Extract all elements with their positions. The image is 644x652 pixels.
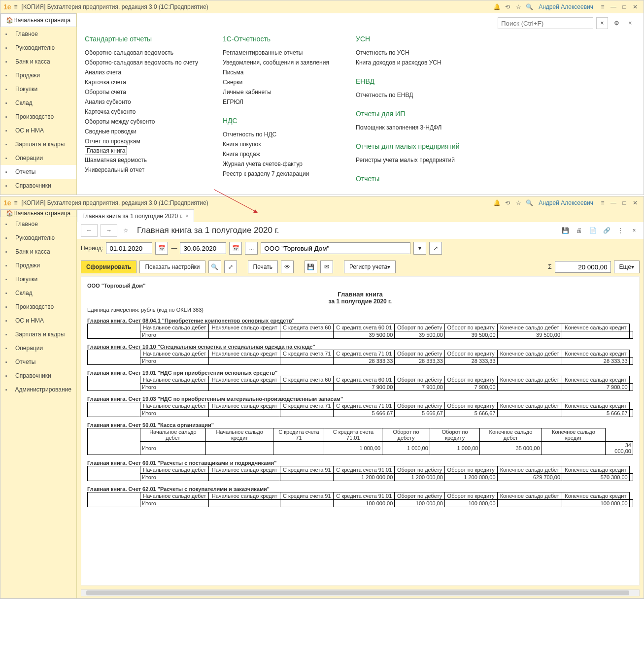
opts-icon[interactable]: ≡ — [597, 1, 608, 12]
nav-item-12[interactable]: ▪Администрирование — [0, 383, 76, 396]
user-name[interactable]: Андрей Алексеевич — [539, 3, 593, 10]
save-icon[interactable]: 💾 — [560, 225, 571, 236]
register-button[interactable]: Регистр учета ▾ — [344, 261, 396, 273]
nav-item-1[interactable]: ▪Руководителю — [0, 231, 76, 245]
close-panel-icon[interactable]: × — [625, 18, 636, 29]
link[interactable]: Главная книга — [85, 146, 127, 155]
nav-item-11[interactable]: ▪Справочники — [0, 369, 76, 383]
menu-icon[interactable]: ≡ — [14, 3, 18, 10]
history-icon-2[interactable]: ⟲ — [502, 197, 513, 208]
form-button[interactable]: Сформировать — [81, 261, 136, 273]
maximize-icon-2[interactable]: □ — [619, 197, 630, 208]
print-icon[interactable]: 🖨 — [574, 225, 584, 236]
link[interactable]: Анализ счета — [85, 67, 198, 77]
link[interactable]: Отчет по проводкам — [85, 136, 198, 146]
more-button[interactable]: Еще ▾ — [614, 261, 640, 273]
nav-item-4[interactable]: ▪Покупки — [0, 82, 76, 96]
h-scrollbar[interactable] — [81, 589, 640, 596]
nav-item-2[interactable]: ▪Банк и касса — [0, 245, 76, 259]
link[interactable]: Помощник заполнения 3-НДФЛ — [356, 123, 464, 132]
link[interactable]: Оборотно-сальдовая ведомость — [85, 48, 198, 58]
link[interactable]: Отчетность по УСН — [356, 48, 464, 58]
doc-icon[interactable]: 📄 — [587, 225, 598, 236]
nav-item-5[interactable]: ▪Склад — [0, 286, 76, 300]
link[interactable]: Карточка субконто — [85, 107, 198, 117]
back-button[interactable]: ← — [81, 224, 98, 237]
link[interactable]: Личные кабинеты — [223, 87, 331, 97]
close-report-icon[interactable]: × — [629, 225, 640, 236]
home-tab[interactable]: 🏠 Начальная страница — [0, 13, 76, 27]
link[interactable]: Книга продаж — [223, 149, 331, 159]
link[interactable]: Регистры учета малых предприятий — [356, 155, 464, 165]
user-name-2[interactable]: Андрей Алексеевич — [539, 199, 593, 206]
link[interactable]: Сверки — [223, 77, 331, 87]
nav-item-8[interactable]: ▪Зарплата и кадры — [0, 327, 76, 341]
print-button[interactable]: Печать — [248, 261, 278, 273]
forward-button[interactable]: → — [101, 224, 117, 237]
minimize-icon-2[interactable]: — — [608, 197, 619, 208]
nav-item-11[interactable]: ▪Справочники — [0, 179, 76, 193]
bell-icon[interactable]: 🔔 — [491, 1, 502, 12]
more-icon[interactable]: ⋮ — [615, 225, 626, 236]
period-select-button[interactable]: ... — [245, 242, 258, 255]
link[interactable]: Отчетность по НДС — [223, 130, 331, 139]
nav-item-0[interactable]: ▪Главное — [0, 217, 76, 231]
link[interactable]: Книга доходов и расходов УСН — [356, 58, 464, 67]
save-button[interactable]: 💾 — [305, 261, 317, 273]
nav-item-7[interactable]: ▪ОС и НМА — [0, 124, 76, 137]
nav-item-4[interactable]: ▪Покупки — [0, 272, 76, 286]
link[interactable]: Карточка счета — [85, 77, 198, 87]
link[interactable]: Анализ субконто — [85, 97, 198, 107]
search-icon-2[interactable]: 🔍 — [524, 197, 535, 208]
search-input[interactable] — [498, 17, 593, 29]
link[interactable]: Книга покупок — [223, 139, 331, 149]
email-button[interactable]: ✉ — [320, 261, 333, 273]
date-from-picker[interactable]: 📅 — [155, 242, 168, 255]
link[interactable]: Обороты счета — [85, 87, 198, 97]
link[interactable]: Оборотно-сальдовая ведомость по счету — [85, 58, 198, 67]
nav-item-3[interactable]: ▪Продажи — [0, 68, 76, 82]
link[interactable]: ЕГРЮЛ — [223, 97, 331, 107]
opts-icon-2[interactable]: ≡ — [597, 197, 608, 208]
link[interactable]: Письма — [223, 67, 331, 77]
close-icon[interactable]: ✕ — [630, 1, 641, 12]
link[interactable]: Отчетность по ЕНВД — [356, 90, 464, 100]
nav-item-5[interactable]: ▪Склад — [0, 96, 76, 110]
nav-item-6[interactable]: ▪Производство — [0, 300, 76, 314]
fav-icon[interactable]: ☆ — [120, 225, 131, 236]
org-input[interactable] — [261, 242, 410, 254]
nav-item-9[interactable]: ▪Операции — [0, 151, 76, 165]
link[interactable]: Журнал учета счетов-фактур — [223, 159, 331, 169]
nav-item-6[interactable]: ▪Производство — [0, 110, 76, 124]
find-button[interactable]: 🔍 — [208, 261, 221, 273]
history-icon[interactable]: ⟲ — [502, 1, 513, 12]
date-from-input[interactable] — [106, 242, 152, 254]
minimize-icon[interactable]: — — [608, 1, 619, 12]
date-to-picker[interactable]: 📅 — [229, 242, 242, 255]
link[interactable]: Реестр к разделу 7 декларации — [223, 169, 331, 179]
date-to-input[interactable] — [180, 242, 226, 254]
link[interactable]: Сводные проводки — [85, 127, 198, 136]
nav-item-3[interactable]: ▪Продажи — [0, 259, 76, 272]
maximize-icon[interactable]: □ — [619, 1, 630, 12]
nav-item-2[interactable]: ▪Банк и касса — [0, 55, 76, 68]
amount-input[interactable] — [555, 261, 611, 273]
preview-button[interactable]: 👁 — [281, 261, 294, 273]
expand-button[interactable]: ⤢ — [224, 261, 237, 273]
tab-report[interactable]: Главная книга за 1 полугодие 2020 г. × — [77, 209, 194, 222]
home-tab-2[interactable]: 🏠 Начальная страница — [0, 209, 76, 217]
tab-close-icon[interactable]: × — [186, 213, 189, 219]
menu-icon-2[interactable]: ≡ — [14, 199, 18, 206]
nav-item-10[interactable]: ▪Отчеты — [0, 355, 76, 369]
link[interactable]: Шахматная ведомость — [85, 155, 198, 165]
nav-item-8[interactable]: ▪Зарплата и кадры — [0, 137, 76, 151]
link[interactable]: Универсальный отчет — [85, 165, 198, 175]
settings-button[interactable]: Показать настройки — [139, 261, 205, 273]
nav-item-1[interactable]: ▪Руководителю — [0, 41, 76, 55]
star-icon[interactable]: ☆ — [513, 1, 524, 12]
close-icon-2[interactable]: ✕ — [630, 197, 641, 208]
star-icon-2[interactable]: ☆ — [513, 197, 524, 208]
link[interactable]: Уведомления, сообщения и заявления — [223, 58, 331, 67]
gear-icon[interactable]: ⚙ — [611, 18, 622, 29]
clear-search-button[interactable]: × — [596, 17, 608, 29]
